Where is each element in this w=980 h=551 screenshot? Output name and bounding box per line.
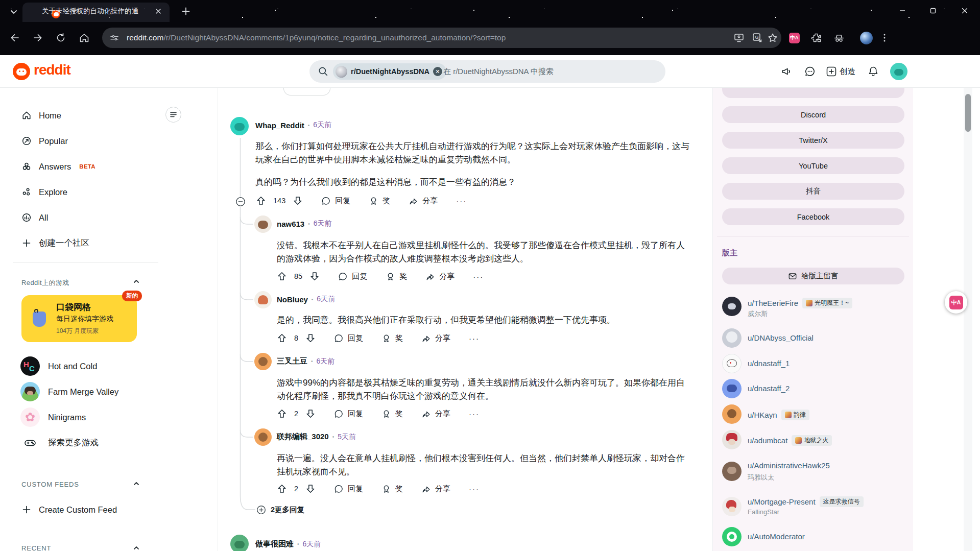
mod-name[interactable]: u/DNAbyss_Official	[748, 333, 814, 342]
url-bar[interactable]: reddit.com/r/DuetNightAbyssDNA/comments/…	[102, 28, 781, 48]
comment-avatar[interactable]	[254, 215, 272, 233]
right-sidebar-divider	[712, 55, 713, 551]
mod-name[interactable]: u/AutoModerator	[748, 532, 805, 541]
back-button[interactable]	[9, 32, 20, 43]
search-placeholder[interactable]: 在 r/DuetNightAbyssDNA 中搜索	[443, 67, 554, 77]
link-button-facebook[interactable]: Facebook	[722, 208, 904, 225]
link-button-discord[interactable]: Discord	[722, 106, 904, 123]
mod-avatar[interactable]	[722, 379, 742, 398]
award-button[interactable]: 奖	[386, 272, 407, 281]
window-minimize-button[interactable]	[895, 4, 910, 17]
mod-flair-sub: 威尔斯	[748, 309, 768, 319]
award-button[interactable]: 奖	[369, 196, 390, 206]
search-icon	[318, 66, 329, 77]
mod-avatar[interactable]	[722, 297, 742, 316]
translate-page-icon[interactable]: G	[752, 32, 763, 43]
award-button[interactable]: 奖	[381, 333, 403, 343]
link-button-youtube[interactable]: YouTube	[722, 157, 904, 174]
rightbar-section-divider	[717, 236, 909, 236]
mod-flair: 地狱之火	[792, 435, 832, 446]
tab-search-chevron-icon[interactable]	[9, 7, 18, 16]
mod-avatar[interactable]	[722, 328, 742, 348]
svg-text:G: G	[755, 34, 758, 40]
share-button[interactable]: 分享	[409, 196, 438, 206]
url-path: /r/DuetNightAbyssDNA/comments/1p6yunq/no…	[163, 33, 506, 42]
award-icon	[369, 196, 378, 206]
notifications-bell-icon[interactable]	[867, 65, 879, 78]
tab-close-icon[interactable]	[154, 7, 162, 15]
more-options-button[interactable]: ···	[469, 485, 480, 493]
mod-flair-sub: FallingStar	[748, 508, 779, 516]
share-button[interactable]: 分享	[421, 409, 450, 419]
share-button[interactable]: 分享	[421, 484, 450, 494]
chip-remove-icon[interactable]: ✕	[433, 67, 442, 76]
scrolled-link-remnant[interactable]	[722, 88, 904, 98]
user-avatar[interactable]	[890, 63, 907, 80]
search-subreddit-chip[interactable]: r/DuetNightAbyssDNA ✕	[333, 63, 446, 80]
mod-avatar[interactable]	[722, 527, 742, 546]
sidebar-collapse-button[interactable]	[165, 107, 181, 123]
comment-avatar[interactable]	[230, 535, 249, 551]
site-info-icon[interactable]	[109, 33, 119, 43]
mod-avatar[interactable]	[722, 404, 742, 424]
mod-name[interactable]: u/HKayn韵律	[748, 410, 809, 420]
reddit-page: reddit r/DuetNightAbyssDNA ✕ 在 r/DuetNig…	[0, 55, 980, 551]
mod-avatar[interactable]	[722, 354, 742, 373]
translate-extension-icon[interactable]: 中A	[789, 33, 800, 43]
mod-name[interactable]: u/Mortgage-Present这是求救信号	[748, 496, 864, 507]
reddit-logo-icon[interactable]	[13, 63, 30, 80]
mod-name[interactable]: u/TheEerieFire光明魔王！~	[748, 298, 852, 308]
share-button[interactable]: 分享	[421, 333, 450, 343]
mod-avatar[interactable]	[722, 430, 742, 449]
bookmark-star-icon[interactable]	[767, 32, 778, 43]
comment-avatar[interactable]	[254, 428, 272, 446]
share-icon	[409, 196, 418, 206]
mod-avatar[interactable]	[722, 462, 742, 481]
more-options-button[interactable]: ···	[469, 334, 480, 343]
thread-lines	[0, 55, 357, 551]
reload-button[interactable]	[55, 32, 66, 43]
search-bar[interactable]: r/DuetNightAbyssDNA ✕ 在 r/DuetNightAbyss…	[309, 60, 665, 83]
collapse-thread-icon[interactable]	[235, 197, 246, 207]
window-close-button[interactable]	[957, 4, 972, 17]
browser-profile-avatar[interactable]	[860, 32, 873, 44]
incognito-icon[interactable]	[832, 31, 846, 44]
browser-menu-icon[interactable]	[879, 33, 890, 43]
mod-name[interactable]: u/dnastaff_2	[748, 384, 790, 393]
share-icon	[421, 333, 431, 343]
comment-avatar[interactable]	[230, 117, 249, 135]
mod-name[interactable]: u/dnastaff_1	[748, 359, 790, 368]
mod-avatar[interactable]	[722, 497, 742, 516]
award-button[interactable]: 奖	[381, 409, 403, 419]
message-mods-button[interactable]: 给版主留言	[722, 268, 904, 284]
link-button-twitter[interactable]: Twitter/X	[722, 132, 904, 149]
url-text[interactable]: reddit.com/r/DuetNightAbyssDNA/comments/…	[127, 33, 506, 42]
share-button[interactable]: 分享	[425, 272, 455, 281]
link-button-douyin[interactable]: 抖音	[722, 183, 904, 200]
reddit-wordmark[interactable]: reddit	[34, 62, 70, 78]
extensions-puzzle-icon[interactable]	[811, 32, 822, 43]
scrollbar-thumb[interactable]	[965, 94, 971, 132]
floating-translate-button[interactable]: 中A	[945, 291, 967, 314]
forward-button[interactable]	[32, 32, 43, 43]
create-label[interactable]: 创造	[840, 66, 855, 77]
comment-avatar[interactable]	[254, 291, 272, 308]
more-options-button[interactable]: ···	[456, 197, 467, 205]
create-post-icon[interactable]	[825, 65, 838, 78]
more-options-button[interactable]: ···	[469, 410, 480, 418]
mod-flair-sub: 玛雅以太	[748, 473, 774, 482]
share-icon	[421, 484, 431, 494]
more-options-button[interactable]: ···	[473, 272, 484, 281]
window-restore-button[interactable]	[925, 4, 941, 17]
home-button[interactable]	[79, 32, 90, 43]
award-button[interactable]: 奖	[381, 484, 403, 494]
new-tab-button[interactable]	[181, 6, 191, 16]
mod-name[interactable]: u/AdministrativeHawk25	[748, 461, 830, 470]
mod-name[interactable]: u/adumbcat地狱之火	[748, 435, 832, 446]
advertise-icon[interactable]	[780, 65, 793, 78]
more-replies-button[interactable]: 2更多回复	[256, 505, 304, 515]
chat-icon[interactable]	[804, 65, 816, 78]
comment-avatar[interactable]	[254, 353, 272, 370]
flair-icon	[785, 412, 792, 418]
install-app-icon[interactable]	[733, 32, 745, 43]
